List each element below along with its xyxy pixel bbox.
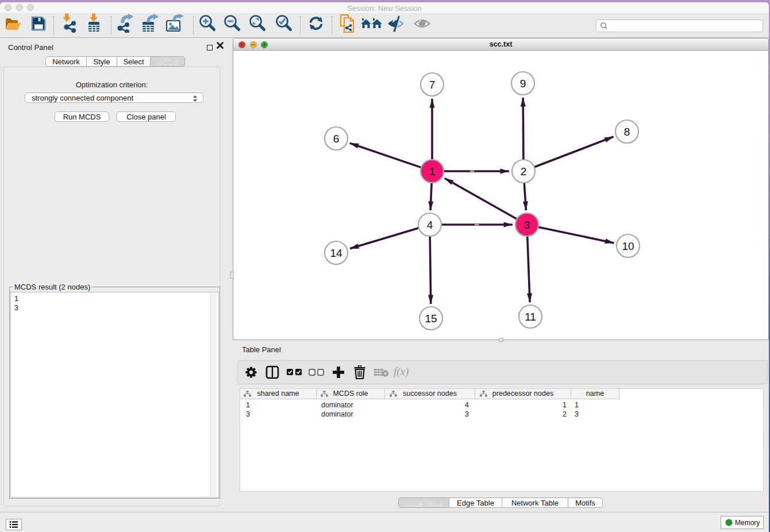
svg-text:14: 14 [330, 247, 342, 259]
svg-text:4: 4 [427, 219, 433, 231]
svg-text:9: 9 [520, 78, 526, 90]
svg-text:7: 7 [429, 79, 436, 91]
svg-text:15: 15 [425, 313, 437, 325]
svg-text:10: 10 [622, 240, 634, 252]
svg-text:3: 3 [524, 219, 530, 231]
svg-text:8: 8 [624, 126, 630, 138]
svg-text:2: 2 [521, 165, 527, 178]
svg-text:6: 6 [333, 133, 340, 145]
svg-text:11: 11 [525, 311, 536, 323]
svg-text:1: 1 [429, 165, 436, 178]
